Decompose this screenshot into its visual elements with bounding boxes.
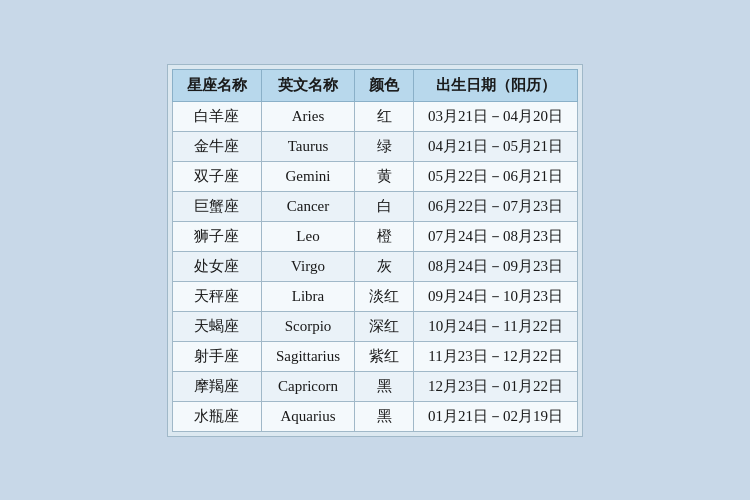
- table-cell: Leo: [261, 221, 354, 251]
- table-cell: 08月24日－09月23日: [414, 251, 578, 281]
- table-cell: 11月23日－12月22日: [414, 341, 578, 371]
- table-cell: Scorpio: [261, 311, 354, 341]
- zodiac-table: 星座名称英文名称颜色出生日期（阳历） 白羊座Aries红03月21日－04月20…: [172, 69, 578, 432]
- table-cell: 黄: [355, 161, 414, 191]
- table-cell: 10月24日－11月22日: [414, 311, 578, 341]
- table-cell: Libra: [261, 281, 354, 311]
- table-cell: 淡红: [355, 281, 414, 311]
- table-cell: Taurus: [261, 131, 354, 161]
- table-cell: 射手座: [172, 341, 261, 371]
- table-cell: 金牛座: [172, 131, 261, 161]
- table-cell: 05月22日－06月21日: [414, 161, 578, 191]
- table-row: 狮子座Leo橙07月24日－08月23日: [172, 221, 577, 251]
- table-row: 金牛座Taurus绿04月21日－05月21日: [172, 131, 577, 161]
- table-header-cell: 出生日期（阳历）: [414, 69, 578, 101]
- table-row: 处女座Virgo灰08月24日－09月23日: [172, 251, 577, 281]
- table-cell: 灰: [355, 251, 414, 281]
- table-cell: Capricorn: [261, 371, 354, 401]
- table-cell: 白: [355, 191, 414, 221]
- table-cell: 黑: [355, 401, 414, 431]
- table-cell: 绿: [355, 131, 414, 161]
- table-cell: 红: [355, 101, 414, 131]
- table-cell: 摩羯座: [172, 371, 261, 401]
- table-cell: 双子座: [172, 161, 261, 191]
- table-cell: 白羊座: [172, 101, 261, 131]
- table-cell: 04月21日－05月21日: [414, 131, 578, 161]
- table-row: 白羊座Aries红03月21日－04月20日: [172, 101, 577, 131]
- table-cell: 水瓶座: [172, 401, 261, 431]
- table-row: 天蝎座Scorpio深红10月24日－11月22日: [172, 311, 577, 341]
- table-cell: 深红: [355, 311, 414, 341]
- table-cell: Cancer: [261, 191, 354, 221]
- table-cell: 橙: [355, 221, 414, 251]
- table-header-row: 星座名称英文名称颜色出生日期（阳历）: [172, 69, 577, 101]
- table-cell: Gemini: [261, 161, 354, 191]
- table-cell: 处女座: [172, 251, 261, 281]
- table-cell: 09月24日－10月23日: [414, 281, 578, 311]
- table-cell: Aquarius: [261, 401, 354, 431]
- table-cell: 狮子座: [172, 221, 261, 251]
- table-row: 水瓶座Aquarius黑01月21日－02月19日: [172, 401, 577, 431]
- zodiac-table-container: 星座名称英文名称颜色出生日期（阳历） 白羊座Aries红03月21日－04月20…: [167, 64, 583, 437]
- table-header-cell: 星座名称: [172, 69, 261, 101]
- table-row: 摩羯座Capricorn黑12月23日－01月22日: [172, 371, 577, 401]
- table-cell: Sagittarius: [261, 341, 354, 371]
- table-cell: 12月23日－01月22日: [414, 371, 578, 401]
- table-cell: 07月24日－08月23日: [414, 221, 578, 251]
- table-cell: 紫红: [355, 341, 414, 371]
- table-row: 双子座Gemini黄05月22日－06月21日: [172, 161, 577, 191]
- table-cell: 黑: [355, 371, 414, 401]
- table-cell: 巨蟹座: [172, 191, 261, 221]
- table-cell: Virgo: [261, 251, 354, 281]
- table-cell: 06月22日－07月23日: [414, 191, 578, 221]
- table-cell: 天秤座: [172, 281, 261, 311]
- table-row: 巨蟹座Cancer白06月22日－07月23日: [172, 191, 577, 221]
- table-cell: Aries: [261, 101, 354, 131]
- table-header-cell: 颜色: [355, 69, 414, 101]
- table-cell: 01月21日－02月19日: [414, 401, 578, 431]
- table-body: 白羊座Aries红03月21日－04月20日金牛座Taurus绿04月21日－0…: [172, 101, 577, 431]
- table-cell: 03月21日－04月20日: [414, 101, 578, 131]
- table-header-cell: 英文名称: [261, 69, 354, 101]
- table-cell: 天蝎座: [172, 311, 261, 341]
- table-row: 射手座Sagittarius紫红11月23日－12月22日: [172, 341, 577, 371]
- table-row: 天秤座Libra淡红09月24日－10月23日: [172, 281, 577, 311]
